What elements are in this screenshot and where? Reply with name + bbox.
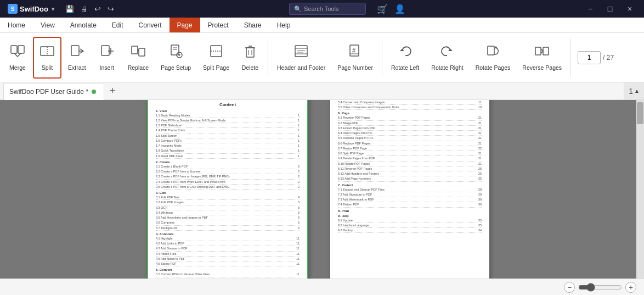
svg-rect-19 bbox=[246, 48, 254, 57]
restore-button[interactable]: □ bbox=[600, 0, 620, 18]
toc-line: 1.2 View PDFs in Simple Mode or Full Scr… bbox=[156, 118, 300, 123]
search-bar[interactable]: 🔍 Search Tools bbox=[289, 3, 366, 15]
scroll-thumb[interactable] bbox=[637, 102, 643, 124]
toc-line: 5.4 Convert and Compress Images11 bbox=[338, 100, 482, 105]
section-title-create: 2. Create bbox=[156, 160, 300, 164]
save-button[interactable]: 💾 bbox=[63, 3, 76, 15]
section-title-edit: 3. Edit bbox=[156, 191, 300, 194]
toolbar-btn-split-page[interactable]: Split Page bbox=[197, 37, 235, 79]
window-controls: − □ × bbox=[580, 0, 640, 18]
page-1[interactable]: So Glad to Have You Here at SwifDoo PDF … bbox=[147, 100, 308, 279]
section-edit: 3. Edit 3.1 Edit PDF Text4 3.2 Edit PDF … bbox=[156, 191, 300, 231]
chevron-up-icon[interactable]: ▲ bbox=[634, 88, 640, 94]
minimize-button[interactable]: − bbox=[580, 0, 600, 18]
section-title-view: 1. View bbox=[156, 109, 300, 113]
svg-marker-33 bbox=[448, 49, 453, 51]
toc-line: 2.5 Create a PDF from a CAD Drawing DWF … bbox=[156, 185, 300, 190]
insert-icon bbox=[99, 43, 115, 62]
rotate-pages-icon bbox=[485, 43, 500, 62]
page-canvas: So Glad to Have You Here at SwifDoo PDF … bbox=[0, 100, 636, 279]
toolbar-btn-extract[interactable]: Extract bbox=[63, 37, 92, 79]
section-protect: 7. Protect 7.1 Encrypt and Decrypt PDF F… bbox=[338, 183, 482, 208]
page-setup-label: Page Setup bbox=[161, 64, 191, 71]
tab-item[interactable]: SwifDoo PDF User Guide * bbox=[3, 83, 104, 100]
toc-line: 2.4 Create a PDF from Word Excel, and Po… bbox=[156, 180, 300, 185]
close-button[interactable]: × bbox=[620, 0, 640, 18]
toolbar-btn-page-number[interactable]: #Page Number bbox=[332, 37, 379, 79]
toc-title: Content bbox=[156, 102, 300, 107]
right-scrollbar[interactable] bbox=[636, 100, 644, 279]
section-print: 8. Print bbox=[338, 209, 482, 213]
toc-line: 7.2 Add Signature to PDF29 bbox=[338, 192, 482, 197]
svg-rect-11 bbox=[171, 45, 179, 55]
svg-rect-1 bbox=[18, 46, 24, 53]
user-icon[interactable]: 👤 bbox=[392, 4, 408, 14]
merge-label: Merge bbox=[9, 64, 26, 71]
menu-item-page[interactable]: Page bbox=[170, 18, 200, 32]
toolbar-btn-header-footer[interactable]: Header and Footer bbox=[272, 37, 331, 79]
toolbar-btn-merge[interactable]: Merge bbox=[3, 37, 32, 79]
svg-text:#: # bbox=[352, 47, 356, 54]
rotate-right-icon bbox=[439, 43, 455, 62]
toc-line: 6.1 Reorder PDF Pages21 bbox=[338, 115, 482, 120]
insert-label: Insert bbox=[100, 64, 114, 71]
toolbar-btn-rotate-right[interactable]: Rotate Right bbox=[426, 37, 468, 79]
undo-button[interactable]: ↩ bbox=[92, 3, 103, 15]
section-create: 2. Create 2.1 Create a Blank PDF2 2.2 Cr… bbox=[156, 160, 300, 190]
app-logo[interactable]: S SwifDoo ▾ bbox=[4, 4, 58, 14]
toolbar-btn-delete[interactable]: Delete bbox=[236, 37, 264, 79]
cart-icon[interactable]: 🛒 bbox=[375, 4, 390, 14]
tab-add-button[interactable]: + bbox=[104, 82, 121, 99]
section-help: 9. Help 9.1 Update35 9.2 Interface Langu… bbox=[338, 214, 482, 233]
toc-line: 2.3 Create a PDF from an Image (JPG, BMP… bbox=[156, 174, 300, 179]
toc-line: 1.5 Split Screen1 bbox=[156, 133, 300, 138]
section-view: 1. View 1.1 Basic Reading Modes1 1.2 Vie… bbox=[156, 109, 300, 159]
toolbar-btn-split[interactable]: Split bbox=[33, 37, 61, 79]
toc-line: 9.3 Backup34 bbox=[338, 228, 482, 233]
toc-line: 5.1 Convert PDFs to Various Other Files1… bbox=[156, 272, 300, 277]
dropdown-arrow-icon[interactable]: ▾ bbox=[52, 6, 54, 12]
merge-icon bbox=[10, 43, 25, 62]
page-total: / 27 bbox=[603, 54, 614, 62]
menu-item-home[interactable]: Home bbox=[0, 18, 33, 32]
replace-icon bbox=[131, 43, 146, 62]
toolbar-btn-rotate-pages[interactable]: Rotate Pages bbox=[470, 37, 516, 79]
menu-item-convert[interactable]: Convert bbox=[131, 18, 170, 32]
menu-item-view[interactable]: View bbox=[33, 18, 63, 32]
toc-line: 4.6 Stamp PDF11 bbox=[156, 261, 300, 266]
toolbar-btn-insert[interactable]: Insert bbox=[93, 37, 121, 79]
toc-line: 4.1 Highlight11 bbox=[156, 236, 300, 241]
zoom-out-button[interactable]: − bbox=[564, 282, 575, 293]
zoom-slider[interactable] bbox=[578, 283, 622, 292]
toc-line: 4.5 Add Notes to PDF11 bbox=[156, 257, 300, 261]
toc-line: 4.3 Add Stamps to PDF11 bbox=[156, 246, 300, 251]
toolbar-btn-reverse-pages[interactable]: Reverse Pages bbox=[517, 37, 567, 79]
tab-status-dot bbox=[92, 90, 96, 94]
menu-item-help[interactable]: Help bbox=[269, 18, 298, 32]
menu-item-edit[interactable]: Edit bbox=[104, 18, 131, 32]
toolbar-btn-rotate-left[interactable]: Rotate Left bbox=[386, 37, 425, 79]
toc-line: 1.6 Compare PDFs1 bbox=[156, 138, 300, 143]
toc-line: 9.1 Update35 bbox=[338, 218, 482, 223]
menu-item-annotate[interactable]: Annotate bbox=[63, 18, 104, 32]
redo-button[interactable]: ↪ bbox=[105, 3, 116, 15]
toc-line: 6.9 Delete Pages from PDF21 bbox=[338, 156, 482, 161]
toc-line: 6.2 Merge PDF21 bbox=[338, 121, 482, 126]
page-number-input[interactable] bbox=[578, 51, 601, 64]
zoom-in-button[interactable]: + bbox=[625, 282, 636, 293]
section-title-page: 6. Page bbox=[338, 112, 482, 115]
toolbar-separator-1 bbox=[268, 38, 268, 77]
titlebar: S SwifDoo ▾ 💾 🖨 ↩ ↪ 🔍 Search Tools 🛒 👤 −… bbox=[0, 0, 644, 18]
print-button[interactable]: 🖨 bbox=[78, 3, 90, 15]
toolbar-btn-page-setup[interactable]: Page Setup bbox=[155, 37, 196, 79]
rotate-right-label: Rotate Right bbox=[431, 64, 463, 71]
menu-item-protect[interactable]: Protect bbox=[200, 18, 236, 32]
menu-item-share[interactable]: Share bbox=[236, 18, 269, 32]
page-2[interactable]: 5.3 Convert a PDF to a Searchable File11… bbox=[330, 100, 489, 279]
toc-line: 2.1 Create a Blank PDF2 bbox=[156, 164, 300, 169]
toc-line: 6.6 Replace PDF Pages21 bbox=[338, 141, 482, 146]
toc-line: 5.2 Convert Files to PDFs11 bbox=[156, 277, 300, 279]
toc-line: 7.1 Encrypt and Decrypt PDF Files28 bbox=[338, 187, 482, 192]
toc-line: 2.2 Create a PDF from a Scanner2 bbox=[156, 169, 300, 174]
toolbar-btn-replace[interactable]: Replace bbox=[122, 37, 155, 79]
